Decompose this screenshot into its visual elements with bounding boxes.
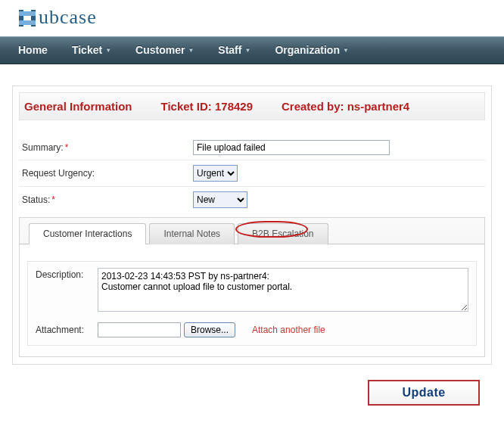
required-mark: * [51,194,55,205]
status-select[interactable]: New [193,191,247,208]
tab-customer-label: Customer Interactions [43,229,132,239]
required-mark: * [65,142,69,153]
tab-internal-notes[interactable]: Internal Notes [149,223,235,244]
chevron-down-icon: ▼ [188,47,194,54]
tab-b2b-escalation[interactable]: B2B Escalation [238,223,328,244]
summary-row: Summary:* [19,135,485,160]
ticket-card: General Information Ticket ID: 178429 Cr… [12,86,492,365]
status-row: Status:* New [19,187,485,213]
urgency-select[interactable]: Urgent [193,165,238,182]
chevron-down-icon: ▼ [244,47,250,54]
action-row: Update [0,372,504,422]
attachment-row: Attachment: Browse... Attach another fil… [36,322,468,337]
nav-organization-label: Organization [275,44,340,56]
nav-staff[interactable]: Staff ▼ [206,37,263,64]
attach-another-link[interactable]: Attach another file [252,325,325,335]
attachment-label: Attachment: [36,325,89,335]
card-title-row: General Information Ticket ID: 178429 Cr… [19,92,485,120]
status-label: Status:* [19,194,193,205]
status-label-text: Status: [22,194,50,205]
logo-text: ubcase [39,6,97,29]
logo: ubcase [17,6,504,29]
tabs-container: Customer Interactions Internal Notes B2B… [19,217,485,357]
logo-h-icon [17,9,38,26]
nav-organization[interactable]: Organization ▼ [263,37,360,64]
nav-staff-label: Staff [218,44,241,56]
nav-home[interactable]: Home [6,37,60,64]
urgency-row: Request Urgency: Urgent [19,160,485,187]
file-chooser: Browse... [98,322,235,337]
section-title: General Information [24,100,132,113]
tab-headers: Customer Interactions Internal Notes B2B… [29,222,484,244]
update-button[interactable]: Update [368,380,480,406]
tab-internal-label: Internal Notes [163,229,220,239]
tab-body: Description: Attachment: Browse... Attac… [20,244,484,356]
attachment-path-input[interactable] [98,322,181,337]
summary-label-text: Summary: [22,142,64,153]
nav-customer[interactable]: Customer ▼ [123,37,206,64]
nav-ticket-label: Ticket [72,44,102,56]
tab-customer-interactions[interactable]: Customer Interactions [29,223,146,244]
urgency-label: Request Urgency: [19,168,193,179]
header: ubcase [0,0,504,36]
nav-home-label: Home [18,44,48,56]
nav-customer-label: Customer [135,44,185,56]
top-navigation: Home Ticket ▼ Customer ▼ Staff ▼ Organiz… [0,36,504,64]
interaction-panel: Description: Attachment: Browse... Attac… [27,261,477,346]
tab-b2b-label: B2B Escalation [252,229,313,239]
description-label: Description: [36,268,89,312]
summary-label: Summary:* [19,142,193,153]
chevron-down-icon: ▼ [105,47,111,54]
ticket-id: Ticket ID: 178429 [161,100,253,113]
created-by: Created by: ns-partner4 [282,100,409,113]
description-row: Description: [36,268,468,312]
chevron-down-icon: ▼ [343,47,349,54]
description-textarea[interactable] [98,268,468,312]
browse-button[interactable]: Browse... [184,322,235,337]
summary-input[interactable] [193,140,390,155]
nav-ticket[interactable]: Ticket ▼ [60,37,123,64]
